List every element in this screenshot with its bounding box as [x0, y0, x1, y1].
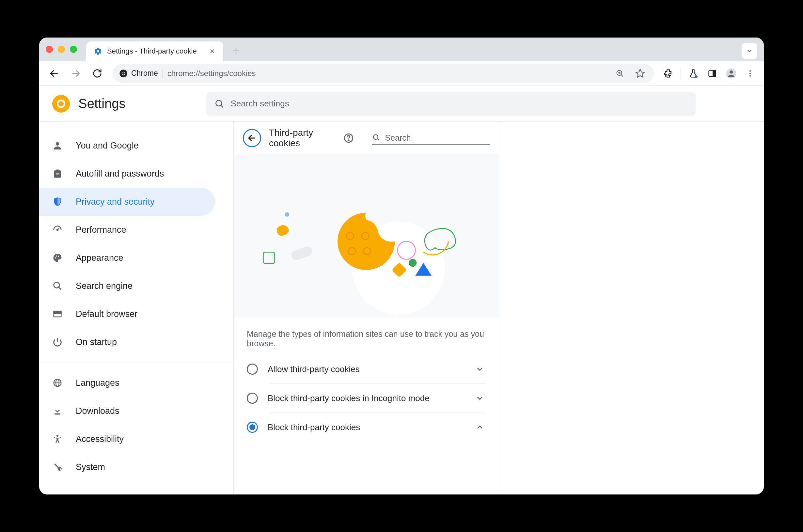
sidebar-item-languages[interactable]: Languages — [39, 369, 215, 397]
shield-icon — [52, 196, 63, 208]
sidebar-divider — [39, 363, 233, 363]
panel-search[interactable]: Search — [372, 132, 490, 145]
browser-window-icon — [52, 308, 63, 320]
zoom-icon[interactable] — [612, 65, 628, 81]
new-tab-button[interactable] — [228, 43, 244, 59]
panel-back-button[interactable] — [243, 129, 261, 147]
forward-button[interactable] — [66, 64, 85, 82]
svg-line-24 — [221, 105, 223, 107]
chrome-settings-logo-icon — [52, 95, 70, 113]
close-tab-icon[interactable] — [208, 47, 216, 55]
svg-point-48 — [373, 135, 378, 139]
svg-point-21 — [749, 73, 751, 74]
svg-point-30 — [57, 229, 58, 230]
app-header: Settings Search settings — [39, 86, 764, 122]
minimize-window-button[interactable] — [58, 46, 65, 53]
sidebar-item-label: Appearance — [76, 253, 123, 263]
svg-line-49 — [377, 139, 379, 141]
radio-button[interactable] — [247, 364, 258, 375]
accessibility-person-icon — [52, 433, 63, 445]
settings-sidebar: You and Google Autofill and passwords Pr… — [39, 122, 233, 494]
option-allow-third-party[interactable]: Allow third-party cookies — [234, 355, 499, 383]
option-block-incognito[interactable]: Block third-party cookies in Incognito m… — [234, 384, 499, 413]
sidebar-item-search-engine[interactable]: Search engine — [39, 272, 215, 300]
sidebar-item-label: Privacy and security — [76, 197, 155, 207]
sidebar-item-downloads[interactable]: Downloads — [39, 397, 215, 425]
browser-tab[interactable]: Settings - Third-party cookie — [86, 41, 223, 61]
panel-search-placeholder: Search — [385, 133, 411, 142]
svg-point-34 — [54, 282, 60, 288]
back-button[interactable] — [45, 64, 63, 82]
speedometer-icon — [52, 224, 63, 236]
svg-point-32 — [56, 255, 57, 257]
extensions-icon[interactable] — [661, 65, 676, 81]
settings-gear-icon — [93, 47, 102, 56]
download-icon — [52, 405, 63, 417]
sidebar-item-label: On startup — [76, 337, 117, 347]
search-icon — [52, 280, 63, 292]
svg-point-44 — [56, 435, 58, 437]
radio-button-selected[interactable] — [247, 422, 258, 433]
chevron-down-icon[interactable] — [474, 392, 486, 404]
profile-avatar-icon[interactable] — [723, 65, 739, 81]
sidebar-item-on-startup[interactable]: On startup — [39, 328, 215, 356]
svg-point-14 — [695, 75, 697, 78]
labs-flask-icon[interactable] — [686, 65, 701, 81]
close-window-button[interactable] — [46, 46, 53, 53]
browser-window: Settings - Third-party cookie Chrome — [39, 38, 764, 494]
app-title: Settings — [78, 96, 126, 111]
bookmark-star-icon[interactable] — [632, 65, 648, 81]
sidebar-item-appearance[interactable]: Appearance — [39, 244, 215, 272]
panel-title: Third-party cookies — [269, 128, 334, 149]
radio-button[interactable] — [247, 393, 258, 404]
chevron-up-icon[interactable] — [474, 421, 486, 433]
site-chip: Chrome — [119, 69, 163, 78]
svg-rect-38 — [54, 311, 61, 313]
browser-toolbar: Chrome chrome://settings/cookies — [39, 61, 764, 86]
window-controls — [46, 46, 77, 53]
sidebar-item-label: System — [76, 462, 105, 472]
sidebar-item-label: Accessibility — [76, 434, 124, 444]
sidebar-item-system[interactable]: System — [39, 453, 215, 481]
sidebar-item-label: Languages — [76, 378, 119, 388]
chevron-down-icon[interactable] — [474, 363, 486, 375]
sidebar-item-privacy-security[interactable]: Privacy and security — [39, 188, 215, 216]
sidebar-item-accessibility[interactable]: Accessibility — [39, 425, 215, 453]
svg-point-20 — [749, 70, 751, 72]
sidebar-item-label: Downloads — [76, 406, 119, 416]
option-block-third-party[interactable]: Block third-party cookies — [234, 413, 499, 442]
sidebar-item-label: Search engine — [76, 281, 133, 291]
sidebar-item-autofill[interactable]: Autofill and passwords — [39, 159, 215, 188]
settings-search-placeholder: Search settings — [231, 99, 289, 109]
hero-illustration — [234, 154, 499, 318]
maximize-window-button[interactable] — [70, 46, 77, 53]
panel-header: Third-party cookies Search — [234, 122, 499, 154]
palette-icon — [52, 252, 63, 264]
svg-rect-43 — [55, 414, 60, 415]
reload-button[interactable] — [88, 64, 107, 82]
svg-line-10 — [621, 74, 623, 76]
sidebar-item-label: Default browser — [76, 309, 137, 319]
sidebar-item-performance[interactable]: Performance — [39, 216, 215, 244]
svg-rect-52 — [263, 252, 274, 263]
settings-app: Settings Search settings You and Google … — [39, 86, 764, 494]
search-icon — [214, 99, 224, 109]
address-bar[interactable]: Chrome chrome://settings/cookies — [113, 64, 654, 83]
svg-point-51 — [285, 212, 289, 217]
site-chip-label: Chrome — [131, 69, 158, 78]
svg-point-33 — [58, 255, 59, 257]
tab-search-button[interactable] — [742, 43, 757, 59]
sidebar-item-label: Performance — [76, 225, 126, 235]
side-panel-icon[interactable] — [704, 65, 720, 81]
settings-search[interactable]: Search settings — [206, 92, 695, 116]
sidebar-item-label: You and Google — [76, 141, 139, 151]
person-icon — [52, 140, 63, 151]
help-icon[interactable] — [342, 132, 355, 145]
option-label: Allow third-party cookies — [268, 364, 464, 374]
sidebar-item-you-and-google[interactable]: You and Google — [39, 132, 215, 159]
svg-point-22 — [749, 75, 751, 76]
kebab-menu-icon[interactable] — [742, 65, 758, 81]
svg-line-35 — [59, 287, 61, 290]
svg-point-47 — [348, 140, 349, 141]
sidebar-item-default-browser[interactable]: Default browser — [39, 300, 215, 328]
